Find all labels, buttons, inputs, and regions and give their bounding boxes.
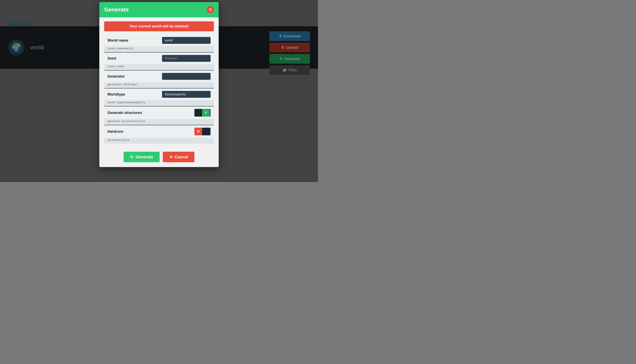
warning-banner: Your current world will be deleted! [104, 22, 214, 31]
field-hardcore: Hardcore ✕ hardcore=false [104, 125, 214, 144]
seed-label: Seed [107, 56, 159, 60]
seed-hint: level-seed= [104, 64, 214, 70]
toggle-off-side-2 [202, 128, 210, 135]
modal-body: Your current world will be deleted! Worl… [99, 17, 219, 148]
close-icon: ✕ [208, 7, 212, 12]
generator-hint: generator-settings= [104, 82, 214, 88]
generator-input[interactable] [162, 73, 210, 80]
generate-footer-icon: ↻ [130, 154, 133, 160]
field-generate-structures: Generate structures ✓ generate-structure… [104, 106, 214, 125]
field-world-name: World name level-name=world [104, 34, 214, 52]
toggle-x-icon: ✕ [194, 128, 202, 135]
generate-structures-hint: generate-structures=true [104, 119, 214, 125]
toggle-off-side [194, 109, 202, 116]
world-name-hint: level-name=world [104, 46, 214, 52]
field-generator: Generator generator-settings= [104, 70, 214, 88]
hardcore-label: Hardcore [107, 130, 191, 134]
hardcore-toggle[interactable]: ✕ [194, 128, 210, 135]
generate-structures-label: Generate structures [107, 111, 191, 115]
seed-input[interactable] [162, 55, 210, 62]
world-name-label: World name [107, 38, 159, 42]
hardcore-hint: hardcore=false [104, 138, 214, 144]
generate-footer-label: Generate [135, 155, 153, 160]
generator-label: Generator [107, 74, 159, 78]
modal-overlay: Generate ✕ Your current world will be de… [0, 0, 318, 182]
generate-structures-toggle[interactable]: ✓ [194, 109, 210, 116]
worldtype-input[interactable] [162, 91, 210, 98]
modal-title: Generate [104, 6, 129, 13]
cancel-button[interactable]: ✕ Cancel [163, 152, 194, 162]
toggle-check-icon: ✓ [202, 109, 210, 116]
worldtype-hint: level-type=biomesoplenty [104, 100, 214, 106]
generate-modal: Generate ✕ Your current world will be de… [99, 2, 219, 167]
cancel-icon: ✕ [169, 154, 173, 160]
cancel-label: Cancel [175, 155, 188, 160]
field-worldtype: Worldtype level-type=biomesoplenty [104, 88, 214, 106]
generate-button[interactable]: ↻ Generate [124, 152, 160, 162]
fields-container: World name level-name=world Seed level-s… [104, 34, 214, 144]
modal-footer: ↻ Generate ✕ Cancel [99, 148, 219, 167]
worldtype-label: Worldtype [107, 92, 159, 96]
modal-header: Generate ✕ [99, 2, 219, 17]
field-seed: Seed level-seed= [104, 52, 214, 70]
world-name-input[interactable] [162, 37, 210, 44]
modal-close-button[interactable]: ✕ [206, 6, 214, 13]
